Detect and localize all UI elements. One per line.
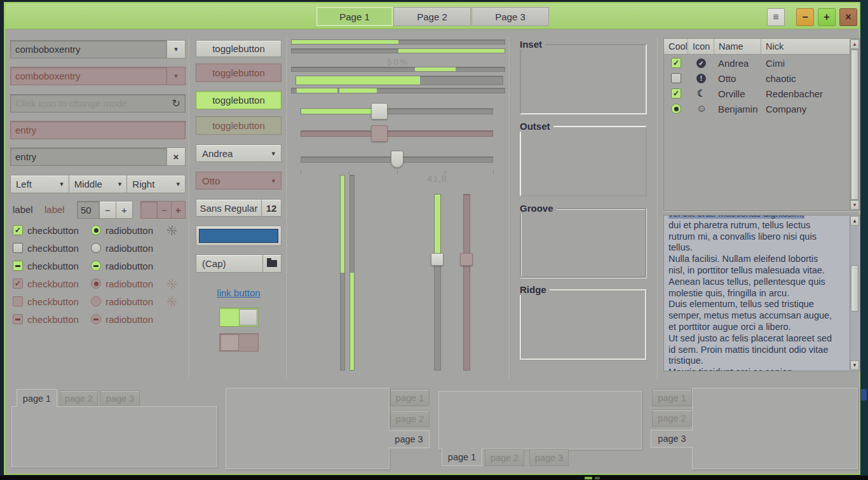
checkbox-mixed[interactable]: [13, 261, 23, 271]
togglebutton[interactable]: togglebutton: [196, 40, 281, 57]
notebook-bottom-tab-page2[interactable]: page 2: [485, 449, 524, 466]
spin-plus-button[interactable]: +: [116, 201, 133, 219]
icon-glyph: ☺: [696, 103, 707, 114]
checkbox-mixed-disabled: [13, 314, 23, 324]
comboboxentry-dropdown-button[interactable]: ▾: [166, 40, 186, 58]
font-button[interactable]: Sans Regular 12: [196, 199, 281, 217]
frame-label-ridge: Ridge: [520, 284, 550, 295]
check-radio-row: checkbutton radiobutton: [13, 261, 180, 273]
checkbutton-label[interactable]: checkbutton: [27, 243, 79, 254]
file-chooser-button[interactable]: (Cap): [196, 254, 281, 273]
notebook-bottom-tab-page1[interactable]: page 1: [442, 448, 482, 466]
scroll-down-button[interactable]: ▼: [850, 200, 859, 210]
scroll-up-button[interactable]: ▲: [850, 216, 859, 226]
combobox-left[interactable]: Left▾: [10, 175, 69, 193]
checkbutton-label[interactable]: checkbutton: [27, 261, 79, 271]
mode-entry[interactable]: Click icon to change mode ↻: [10, 94, 186, 113]
vscale-slider[interactable]: [431, 253, 444, 266]
tab-label: page 1: [396, 393, 424, 403]
link-button[interactable]: link button: [196, 287, 281, 299]
notebook-left-tab-page2[interactable]: page 2: [652, 409, 692, 427]
tree-column-header-icon[interactable]: Icon: [688, 39, 714, 55]
textview[interactable]: vel elit erat. Maecenas dignissim, dui e…: [663, 215, 860, 371]
tree-row[interactable]: ☺ Benjamin Company: [664, 102, 850, 118]
notebook-left-tab-page1[interactable]: page 1: [652, 389, 692, 406]
frame-ridge: [520, 289, 647, 360]
notebook-right-tab-page3[interactable]: page 3: [389, 430, 430, 448]
tree-row[interactable]: ☾ Orville Redenbacher: [664, 87, 850, 102]
hscale[interactable]: [298, 103, 496, 120]
arrow-up-icon: ▲: [852, 218, 857, 224]
menu-button[interactable]: ≡: [767, 8, 785, 26]
spinbutton-value[interactable]: 50: [77, 201, 100, 219]
taskbar-indicator: [585, 477, 592, 479]
hscale-with-marks[interactable]: [298, 149, 496, 175]
scroll-up-button[interactable]: ▲: [850, 39, 859, 49]
comboboxentry-input[interactable]: comboboxentry: [10, 40, 166, 58]
clear-entry-button[interactable]: ×: [166, 147, 186, 166]
switch-on[interactable]: [219, 308, 259, 327]
separator: [287, 36, 288, 378]
radio-checked[interactable]: [91, 225, 101, 235]
notebook-left-tab-page3[interactable]: page 3: [651, 430, 693, 448]
font-size-value: 12: [266, 203, 277, 214]
progressbar-pulse: [291, 67, 505, 72]
minimize-button[interactable]: −: [796, 8, 814, 26]
tree-cell-nick: Company: [766, 104, 806, 114]
checkbox-unchecked[interactable]: [13, 243, 23, 253]
vscale[interactable]: [431, 194, 444, 371]
color-button[interactable]: [196, 226, 281, 246]
radio-unchecked-disabled: [91, 296, 101, 306]
notebook-right-tab-page2[interactable]: page 2: [390, 410, 430, 427]
tree-row[interactable]: ✓ Andrea Cimi: [664, 57, 850, 72]
togglebutton-active[interactable]: togglebutton: [196, 91, 281, 109]
hscale-slider: [371, 125, 388, 142]
scroll-down-button[interactable]: ▼: [850, 360, 859, 370]
combobox-right[interactable]: Right▾: [127, 175, 186, 193]
radio-mixed[interactable]: [91, 261, 101, 271]
combobox-name[interactable]: Andrea▾: [196, 144, 281, 162]
radio-unchecked[interactable]: [91, 243, 101, 253]
tree-cell-nick: chaotic: [766, 73, 796, 84]
scrollbar-slider[interactable]: [851, 265, 858, 312]
tree-radio-checked[interactable]: [671, 104, 681, 114]
tree-column-header-nick[interactable]: Nick: [761, 39, 851, 55]
tree-checkbox-checked[interactable]: [671, 88, 681, 99]
refresh-icon[interactable]: ↻: [172, 97, 180, 109]
scrollbar-slider[interactable]: [851, 50, 858, 200]
spin-minus-button[interactable]: −: [100, 201, 116, 219]
vscale-slider: [460, 253, 473, 266]
maximize-button[interactable]: +: [818, 8, 836, 26]
tree-column-header-cool[interactable]: Cool: [664, 39, 688, 55]
hscale-slider[interactable]: [371, 103, 388, 120]
tree-row[interactable]: ! Otto chaotic: [664, 72, 850, 87]
separator: [189, 36, 190, 378]
notebook-left-body: [692, 388, 858, 469]
header-tab-page1[interactable]: Page 1: [316, 7, 393, 26]
tree-checkbox-checked[interactable]: [671, 58, 681, 68]
textview-scrollbar[interactable]: ▲ ▼: [850, 216, 859, 370]
header-tab-page3[interactable]: Page 3: [471, 7, 549, 26]
notebook-top-tab-page1[interactable]: page 1: [17, 389, 57, 407]
tree-scrollbar[interactable]: ▲ ▼: [850, 39, 859, 210]
checkbutton-label[interactable]: checkbutton: [27, 225, 79, 236]
radiobutton-label[interactable]: radiobutton: [105, 261, 153, 271]
minus-icon: −: [161, 205, 167, 216]
combobox-middle[interactable]: Middle▾: [69, 175, 128, 193]
checkbox-checked[interactable]: [13, 225, 23, 235]
spinner-icon: [167, 297, 177, 306]
font-family-segment: Sans Regular: [196, 199, 261, 217]
radiobutton-label[interactable]: radiobutton: [105, 225, 153, 236]
notebook-bottom-tab-page3[interactable]: page 3: [529, 449, 569, 466]
header-tab-page2[interactable]: Page 2: [393, 7, 471, 26]
notebook-top-tab-page2[interactable]: page 2: [60, 390, 98, 407]
radiobutton-label[interactable]: radiobutton: [105, 243, 153, 254]
tree-column-header-name[interactable]: Name: [714, 39, 761, 55]
comboboxentry-value: comboboxentry: [15, 44, 81, 55]
hscale-slider[interactable]: [391, 151, 403, 168]
entry-input[interactable]: entry: [10, 147, 166, 166]
notebook-right-tab-page1[interactable]: page 1: [390, 389, 430, 406]
close-button[interactable]: ×: [839, 8, 857, 26]
tree-checkbox-unchecked[interactable]: [671, 73, 681, 83]
notebook-top-tab-page3[interactable]: page 3: [100, 390, 140, 407]
